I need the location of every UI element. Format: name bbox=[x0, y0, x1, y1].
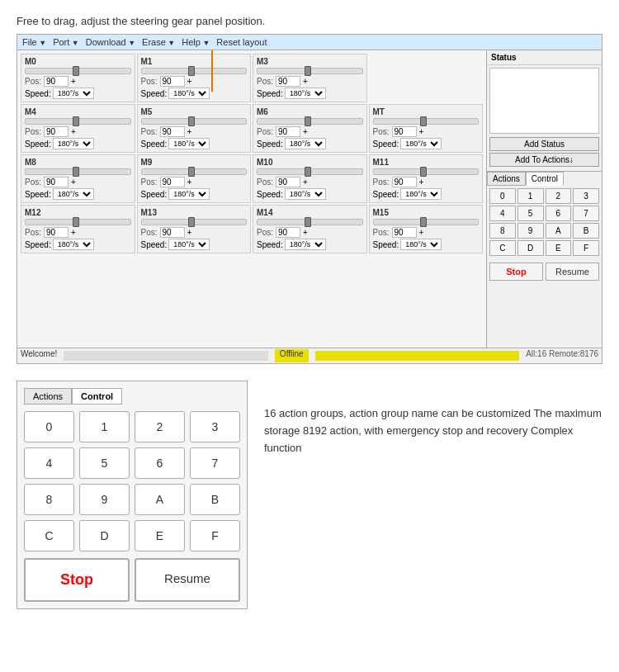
servo-m10-slider[interactable] bbox=[257, 168, 363, 175]
servo-m12-speed[interactable]: 180°/s bbox=[53, 239, 94, 250]
numpad-b[interactable]: B bbox=[573, 223, 599, 239]
numpad-a[interactable]: A bbox=[546, 223, 572, 239]
numpad-d[interactable]: D bbox=[517, 240, 544, 256]
servo-m9-slider[interactable] bbox=[141, 168, 248, 175]
numpad-1[interactable]: 1 bbox=[517, 188, 544, 204]
servo-m3-slider[interactable] bbox=[257, 68, 363, 74]
large-numpad-6[interactable]: 6 bbox=[135, 447, 185, 479]
servo-m11-slider[interactable] bbox=[373, 168, 480, 175]
servo-m9-speed[interactable]: 180°/s bbox=[168, 188, 210, 200]
add-to-actions-button[interactable]: Add To Actions↓ bbox=[489, 153, 599, 167]
tab-control[interactable]: Control bbox=[526, 172, 564, 186]
large-numpad-8[interactable]: 8 bbox=[24, 484, 74, 515]
large-stop-button[interactable]: Stop bbox=[24, 558, 130, 602]
servo-m6-speed[interactable]: 180°/s bbox=[285, 138, 326, 149]
large-numpad-0[interactable]: 0 bbox=[24, 411, 74, 442]
numpad-6[interactable]: 6 bbox=[546, 206, 572, 221]
servo-m4-pos[interactable] bbox=[44, 126, 69, 137]
servo-mt-plus[interactable]: + bbox=[419, 127, 424, 136]
large-tab-control[interactable]: Control bbox=[72, 388, 122, 405]
add-status-button[interactable]: Add Status bbox=[489, 137, 599, 151]
servo-mt-pos[interactable] bbox=[392, 126, 417, 137]
servo-m1-plus[interactable]: + bbox=[187, 77, 192, 86]
numpad-c[interactable]: C bbox=[489, 240, 516, 256]
large-numpad-d[interactable]: D bbox=[79, 520, 130, 551]
large-numpad-4[interactable]: 4 bbox=[24, 447, 74, 479]
servo-m4-speed[interactable]: 180°/s bbox=[53, 138, 94, 149]
servo-mt-slider[interactable] bbox=[373, 118, 480, 125]
resume-button[interactable]: Resume bbox=[546, 263, 599, 281]
servo-m6-pos[interactable] bbox=[276, 126, 300, 137]
servo-m11-speed[interactable]: 180°/s bbox=[400, 188, 442, 200]
large-numpad-e[interactable]: E bbox=[135, 520, 185, 551]
tab-actions[interactable]: Actions bbox=[487, 172, 526, 186]
servo-m12-plus[interactable]: + bbox=[71, 228, 76, 237]
menu-download[interactable]: Download bbox=[86, 37, 135, 47]
numpad-0[interactable]: 0 bbox=[489, 188, 516, 204]
menu-erase[interactable]: Erase bbox=[142, 37, 175, 47]
large-resume-button[interactable]: Resume bbox=[135, 558, 240, 602]
numpad-e[interactable]: E bbox=[546, 240, 572, 256]
servo-m15-plus[interactable]: + bbox=[419, 228, 424, 237]
large-numpad-2[interactable]: 2 bbox=[135, 411, 185, 442]
servo-m15-slider[interactable] bbox=[373, 219, 480, 225]
numpad-7[interactable]: 7 bbox=[573, 206, 599, 221]
numpad-f[interactable]: F bbox=[573, 240, 599, 256]
servo-m3-speed[interactable]: 180°/s bbox=[285, 88, 326, 99]
menu-reset-layout[interactable]: Reset layout bbox=[216, 37, 267, 47]
servo-m8-slider[interactable] bbox=[25, 168, 131, 175]
servo-m14-slider[interactable] bbox=[257, 219, 363, 225]
large-numpad-b[interactable]: B bbox=[190, 484, 240, 515]
servo-m14-speed[interactable]: 180°/s bbox=[285, 239, 326, 250]
servo-m8-plus[interactable]: + bbox=[71, 177, 76, 187]
servo-m8-speed[interactable]: 180°/s bbox=[53, 188, 94, 200]
servo-m5-pos[interactable] bbox=[160, 126, 185, 137]
servo-m5-speed[interactable]: 180°/s bbox=[168, 138, 210, 149]
numpad-4[interactable]: 4 bbox=[489, 206, 516, 221]
servo-m13-plus[interactable]: + bbox=[187, 228, 192, 237]
servo-m10-speed[interactable]: 180°/s bbox=[285, 188, 326, 200]
servo-m0-slider[interactable] bbox=[25, 68, 131, 74]
servo-m5-plus[interactable]: + bbox=[187, 127, 192, 136]
servo-m4-slider[interactable] bbox=[25, 118, 131, 125]
numpad-9[interactable]: 9 bbox=[517, 223, 544, 239]
large-numpad-f[interactable]: F bbox=[190, 520, 240, 551]
large-numpad-5[interactable]: 5 bbox=[79, 447, 130, 479]
servo-m4-plus[interactable]: + bbox=[71, 127, 76, 136]
servo-m0-plus[interactable]: + bbox=[71, 77, 76, 86]
servo-m0-speed[interactable]: 180°/s bbox=[53, 88, 94, 99]
numpad-5[interactable]: 5 bbox=[517, 206, 544, 221]
servo-m1-slider[interactable] bbox=[141, 68, 248, 74]
servo-m11-pos[interactable] bbox=[392, 177, 417, 187]
servo-m1-pos[interactable] bbox=[160, 76, 185, 87]
servo-m10-pos[interactable] bbox=[276, 177, 300, 187]
servo-m14-pos[interactable] bbox=[276, 227, 300, 238]
numpad-2[interactable]: 2 bbox=[546, 188, 572, 204]
servo-m0-pos[interactable] bbox=[44, 76, 69, 87]
large-numpad-7[interactable]: 7 bbox=[190, 447, 240, 479]
servo-mt-speed[interactable]: 180°/s bbox=[400, 138, 442, 149]
servo-m6-plus[interactable]: + bbox=[303, 127, 308, 136]
servo-m12-pos[interactable] bbox=[44, 227, 69, 238]
servo-m15-speed[interactable]: 180°/s bbox=[400, 239, 442, 250]
large-numpad-1[interactable]: 1 bbox=[79, 411, 130, 442]
large-numpad-c[interactable]: C bbox=[24, 520, 74, 551]
servo-m10-plus[interactable]: + bbox=[303, 177, 308, 187]
menu-file[interactable]: File bbox=[22, 37, 46, 47]
servo-m15-pos[interactable] bbox=[392, 227, 417, 238]
large-numpad-9[interactable]: 9 bbox=[79, 484, 130, 515]
numpad-3[interactable]: 3 bbox=[573, 188, 599, 204]
numpad-8[interactable]: 8 bbox=[489, 223, 516, 239]
servo-m6-slider[interactable] bbox=[257, 118, 363, 125]
servo-m8-pos[interactable] bbox=[44, 177, 69, 187]
large-tab-actions[interactable]: Actions bbox=[24, 388, 72, 405]
servo-m5-slider[interactable] bbox=[141, 118, 248, 125]
servo-m14-plus[interactable]: + bbox=[303, 228, 308, 237]
servo-m13-slider[interactable] bbox=[141, 219, 248, 225]
servo-m1-speed[interactable]: 180°/s bbox=[168, 88, 210, 99]
servo-m3-plus[interactable]: + bbox=[303, 77, 308, 86]
menu-port[interactable]: Port bbox=[53, 37, 79, 47]
servo-m11-plus[interactable]: + bbox=[419, 177, 424, 187]
servo-m12-slider[interactable] bbox=[25, 219, 131, 225]
servo-m9-plus[interactable]: + bbox=[187, 177, 192, 187]
